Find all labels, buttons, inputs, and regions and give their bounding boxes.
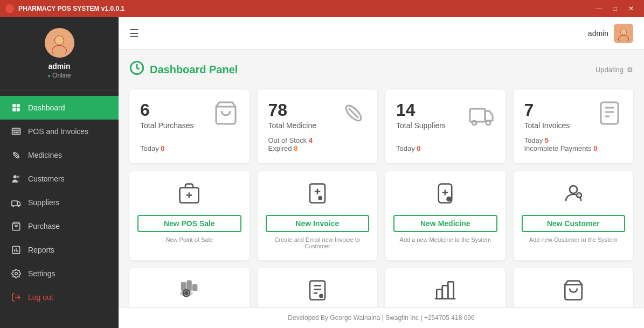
sidebar-item-suppliers[interactable]: Suppliers (0, 191, 119, 214)
svg-point-19 (12, 205, 14, 207)
sidebar-label-logout: Log out (28, 293, 53, 302)
pos-icon (11, 126, 22, 137)
sidebar-item-dashboard[interactable]: Dashboard (0, 96, 119, 120)
today-report-icon (178, 279, 200, 306)
suppliers-icon (11, 197, 22, 208)
stat-expired: 8 (294, 144, 297, 152)
sidebar-item-reports[interactable]: Reports (0, 238, 119, 262)
dashboard: Dashboard Panel Updating ⚙ 6 Total Purch… (119, 50, 644, 307)
sidebar-item-pos[interactable]: POS and Invoices (0, 120, 119, 143)
svg-rect-6 (12, 108, 16, 111)
svg-point-60 (181, 291, 192, 296)
svg-point-68 (320, 295, 322, 297)
stat-label-invoices: Total Invoices (524, 121, 570, 130)
svg-point-2 (55, 36, 64, 45)
sidebar-item-logout[interactable]: Log out (0, 285, 119, 309)
stat-card-purchases: 6 Total Purchases Today 0 (129, 89, 250, 163)
stat-card-medicine: 78 Total Medicine Out of Stock 4 (258, 89, 378, 163)
action-desc-invoice: Create and Email new Invoice to Customer (266, 236, 370, 249)
hamburger-button[interactable]: ☰ (129, 27, 139, 40)
footer-text: Developed By George Wainaina | Swagfin I… (288, 314, 474, 322)
main-content: ☰ admin Dash (119, 17, 644, 328)
sidebar-label-suppliers: Suppliers (28, 198, 59, 207)
svg-rect-61 (182, 283, 185, 290)
sidebar-label-reports: Reports (28, 246, 54, 254)
new-customer-button[interactable]: New Customer (522, 215, 626, 232)
maximize-button[interactable]: □ (607, 3, 622, 15)
avatar (45, 28, 74, 58)
sidebar-item-settings[interactable]: Settings (0, 262, 119, 285)
sidebar: admin Online Dashboard POS and Invoices (0, 17, 119, 328)
svg-point-54 (570, 186, 577, 193)
stats-row: 6 Total Purchases Today 0 (129, 89, 633, 163)
action-desc-pos-sale: New Point of Sale (166, 236, 213, 243)
header-username: admin (588, 29, 608, 38)
svg-rect-5 (17, 104, 20, 107)
footer: Developed By George Wainaina | Swagfin I… (119, 307, 644, 328)
app-title: PHARMACY POS SYSTEM v1.0.0.1 (18, 5, 591, 12)
svg-rect-62 (188, 281, 191, 291)
medicine-icon (341, 100, 366, 131)
reports-icon (11, 245, 22, 255)
svg-rect-4 (12, 104, 16, 107)
svg-rect-11 (14, 132, 15, 133)
stock-report-icon (434, 279, 456, 306)
svg-point-30 (621, 29, 627, 34)
stat-label-suppliers: Total Suppliers (396, 121, 446, 130)
customers-icon (11, 173, 22, 184)
svg-point-20 (18, 205, 19, 207)
dashboard-panel-icon (129, 60, 144, 79)
new-invoice-button[interactable]: New Invoice (266, 215, 370, 232)
svg-rect-36 (470, 109, 485, 122)
purchase-icon (11, 221, 22, 232)
close-button[interactable]: ✕ (624, 3, 639, 15)
sidebar-status: Online (47, 72, 71, 79)
sidebar-label-pos: POS and Invoices (28, 127, 88, 136)
title-bar: PHARMACY POS SYSTEM v1.0.0.1 — □ ✕ (0, 0, 644, 17)
stat-label-medicine: Total Medicine (268, 121, 317, 130)
svg-point-49 (318, 197, 321, 199)
loading-spinner: ⚙ (627, 66, 633, 74)
page-title: Dashboard Panel (150, 64, 595, 76)
settings-icon (11, 268, 22, 279)
action-desc-medicine: Add a new Medicine to the System (400, 236, 491, 243)
stat-number-purchases: 6 (140, 100, 194, 120)
action-card-new-medicine: New Medicine Add a new Medicine to the S… (385, 171, 505, 260)
purchase-report-icon (562, 279, 585, 306)
stat-incomplete-payments: 0 (593, 144, 597, 152)
stat-sub-medicine: Out of Stock 4 Expired 8 (268, 131, 367, 152)
stat-sub-suppliers: Today 0 (396, 139, 495, 152)
svg-rect-70 (442, 285, 448, 299)
svg-point-37 (472, 121, 476, 125)
sidebar-nav: Dashboard POS and Invoices Medicines Cus… (0, 90, 119, 328)
stat-value-purchases-today: 0 (161, 144, 164, 152)
sidebar-item-customers[interactable]: Customers (0, 167, 119, 191)
sidebar-item-medicines[interactable]: Medicines (0, 143, 119, 167)
report-card-purchase: Purchase Report All purchases done repor… (514, 268, 634, 307)
svg-point-38 (486, 121, 490, 125)
sidebar-user: admin Online (0, 17, 119, 90)
minimize-button[interactable]: — (591, 3, 606, 15)
svg-rect-12 (16, 132, 17, 133)
pos-sale-icon (178, 182, 200, 210)
sidebar-label-settings: Settings (28, 269, 56, 278)
stat-card-suppliers: 14 Total Suppliers Today 0 (385, 89, 505, 163)
svg-point-26 (15, 273, 18, 275)
sidebar-label-purchase: Purchase (28, 222, 60, 231)
truck-icon (469, 100, 495, 131)
svg-rect-7 (17, 108, 20, 111)
new-pos-sale-button[interactable]: New POS Sale (137, 215, 241, 232)
stat-number-suppliers: 14 (396, 100, 446, 120)
new-invoice-icon (306, 182, 329, 210)
logout-icon (11, 292, 22, 303)
action-row: New POS Sale New Point of Sale New Invoi… (129, 171, 633, 260)
new-medicine-button[interactable]: New Medicine (393, 215, 497, 232)
sidebar-label-customers: Customers (28, 175, 65, 183)
app-layout: admin Online Dashboard POS and Invoices (0, 17, 644, 328)
reports-row: Todays Report Everything done today POS … (129, 268, 633, 307)
svg-rect-39 (601, 102, 618, 124)
medicines-icon (11, 150, 22, 160)
header-user: admin (588, 24, 633, 43)
svg-rect-8 (12, 128, 20, 135)
sidebar-item-purchase[interactable]: Purchase (0, 214, 119, 238)
